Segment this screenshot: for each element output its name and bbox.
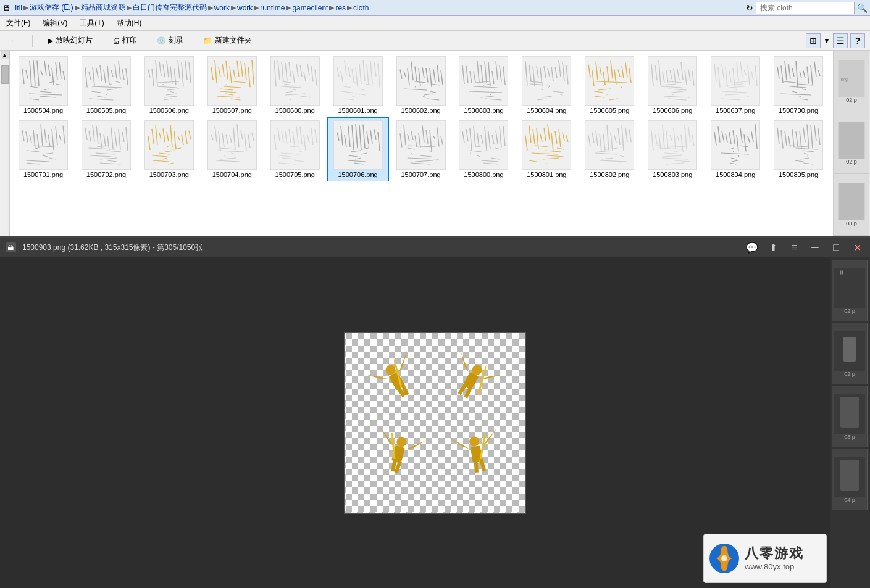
file-item[interactable]: 1500800.png	[453, 117, 514, 181]
file-item[interactable]: 1500507.png	[201, 53, 263, 117]
refresh-icon[interactable]: ↻	[746, 3, 753, 13]
vstrip-item-4[interactable]: 04.p	[832, 449, 868, 510]
preview-toggle-btn[interactable]: ☰	[833, 33, 848, 48]
file-item[interactable]: 1500603.png	[453, 53, 514, 117]
file-item[interactable]: 1500804.png	[705, 117, 766, 181]
file-name: 1500805.png	[779, 171, 818, 178]
file-item[interactable]: 1500802.png	[579, 117, 640, 181]
path-dir4[interactable]: work	[237, 4, 253, 12]
svg-rect-589	[840, 270, 841, 274]
file-item[interactable]: 1500705.png	[264, 117, 326, 181]
file-item[interactable]: 1500805.png	[768, 117, 829, 181]
path-root[interactable]: Itll	[15, 4, 22, 12]
vstrip-label-3: 03.p	[844, 434, 855, 440]
vstrip-item-3[interactable]: 03.p	[832, 386, 868, 447]
path-dir2[interactable]: 白日门传奇完整源代码	[133, 2, 207, 13]
file-item[interactable]: 1500600.png	[264, 53, 326, 117]
svg-text:🏔: 🏔	[7, 244, 14, 251]
svg-line-475	[606, 146, 606, 147]
file-item[interactable]: 1500706.png	[327, 117, 389, 181]
file-item[interactable]: 1500607.png	[705, 53, 766, 117]
file-thumbnail	[19, 56, 68, 106]
file-thumbnail	[144, 56, 194, 106]
menu-view[interactable]: 编辑(V)	[39, 17, 71, 30]
scroll-up-btn[interactable]: ▲	[1, 51, 9, 59]
file-thumbnail	[82, 56, 131, 106]
file-item[interactable]: 1500602.png	[390, 53, 452, 117]
strip-item-1[interactable]: img 02.p	[834, 51, 869, 112]
path-dir7[interactable]: res	[335, 4, 346, 12]
path-drive[interactable]: 游戏储存 (E:)	[30, 2, 73, 13]
search-icon[interactable]: 🔍	[857, 3, 868, 13]
vstrip-label-1: 02.p	[844, 308, 855, 314]
file-item[interactable]: 1500707.png	[390, 117, 452, 181]
view-toggle-btn[interactable]: ⊞	[806, 33, 821, 48]
file-thumbnail	[333, 120, 383, 170]
play-icon: ▶	[48, 36, 53, 45]
file-thumbnail	[19, 120, 68, 170]
vstrip-item-2[interactable]: 02.p	[832, 323, 868, 384]
viewer-comment-btn[interactable]: 💬	[744, 239, 760, 255]
menu-help[interactable]: 帮助(H)	[113, 17, 146, 30]
strip-item-3[interactable]: 03.p	[834, 174, 869, 236]
burn-button[interactable]: 💿 刻录	[152, 33, 188, 48]
viewer-minimize-btn[interactable]: ─	[807, 239, 823, 255]
menu-edit[interactable]: 文件(F)	[2, 17, 34, 30]
viewer-close-btn[interactable]: ✕	[849, 239, 865, 255]
file-item[interactable]: 1500605.png	[579, 53, 640, 117]
path-dir1[interactable]: 精品商城资源	[81, 2, 125, 13]
svg-rect-21	[82, 57, 130, 105]
burn-icon: 💿	[157, 36, 166, 45]
file-thumbnail	[711, 56, 760, 106]
svg-rect-596	[840, 460, 859, 491]
help-btn[interactable]: ?	[850, 33, 865, 48]
svg-rect-594	[840, 397, 859, 428]
file-thumbnail	[333, 56, 383, 106]
back-button[interactable]: ←	[5, 34, 22, 48]
slideshow-button[interactable]: ▶ 放映幻灯片	[43, 33, 98, 48]
viewer-maximize-btn[interactable]: □	[828, 239, 844, 255]
path-current[interactable]: cloth	[353, 4, 369, 12]
svg-rect-294	[82, 121, 130, 169]
path-dir5[interactable]: runtime	[260, 4, 285, 12]
file-name: 1500700.png	[779, 107, 818, 114]
file-item[interactable]: 1500702.png	[75, 117, 137, 181]
file-item[interactable]: 1500506.png	[138, 53, 200, 117]
file-name: 1500701.png	[23, 171, 63, 178]
file-item[interactable]: 1500505.png	[75, 53, 137, 117]
file-item[interactable]: 1500701.png	[12, 117, 74, 181]
wm-text-block: 八零游戏 www.80yx.top	[745, 545, 804, 571]
file-item[interactable]: 1500601.png	[327, 53, 389, 117]
strip-item-2[interactable]: 02.p	[834, 112, 869, 174]
file-item[interactable]: 1500604.png	[516, 53, 577, 117]
viewer-share-btn[interactable]: ⬆	[765, 239, 781, 255]
file-name: 1500707.png	[401, 171, 440, 178]
file-item[interactable]: 1500801.png	[516, 117, 577, 181]
file-thumbnail	[270, 56, 320, 106]
search-input[interactable]	[756, 2, 855, 14]
file-name: 1500702.png	[86, 171, 126, 178]
menu-tools[interactable]: 工具(T)	[76, 17, 107, 30]
path-display: Itll ▶ 游戏储存 (E:) ▶ 精品商城资源 ▶ 白日门传奇完整源代码 ▶…	[15, 2, 745, 13]
file-item[interactable]: 1500803.png	[642, 117, 703, 181]
file-item[interactable]: 1500700.png	[768, 53, 829, 117]
file-item[interactable]: 1500704.png	[201, 117, 263, 181]
svg-rect-525	[774, 121, 822, 169]
file-name: 1500603.png	[464, 107, 503, 114]
path-dir6[interactable]: gameclient	[292, 4, 328, 12]
print-button[interactable]: 🖨 打印	[107, 33, 142, 48]
vstrip-item-1[interactable]: 02.p	[832, 260, 868, 321]
viewer-menu-btn[interactable]: ≡	[786, 239, 802, 255]
file-item[interactable]: 1500703.png	[138, 117, 200, 181]
file-thumbnail	[774, 56, 823, 106]
file-name: 1500800.png	[464, 171, 503, 178]
scroll-thumb[interactable]	[1, 65, 9, 84]
new-folder-button[interactable]: 📁 新建文件夹	[198, 33, 257, 48]
file-item[interactable]: 1500606.png	[642, 53, 703, 117]
svg-rect-588	[834, 268, 865, 308]
file-name: 1500607.png	[716, 107, 755, 114]
path-dir3[interactable]: work	[214, 4, 230, 12]
file-item[interactable]: 1500504.png	[12, 53, 74, 117]
view-dropdown-icon[interactable]: ▼	[823, 36, 830, 45]
viewer-content: 02.p 02.p 03.p 04.p	[0, 257, 870, 588]
